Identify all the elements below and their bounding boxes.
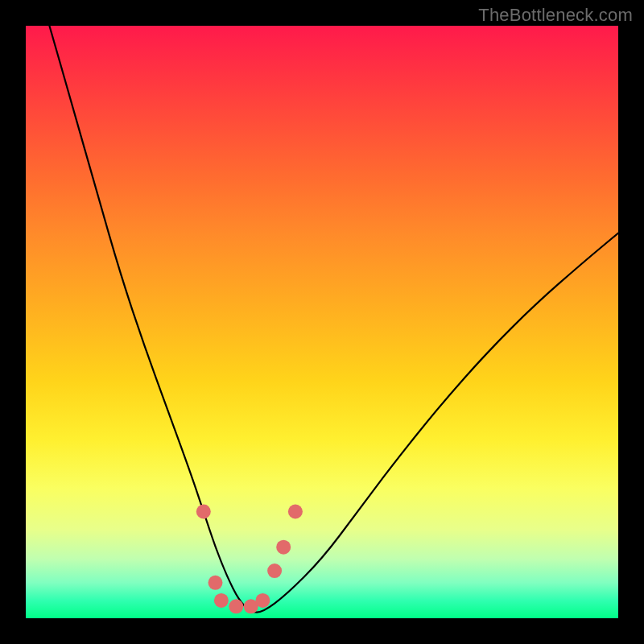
plot-area	[26, 26, 618, 618]
bottleneck-curve	[49, 26, 618, 613]
marker-dot	[214, 593, 229, 608]
marker-dot	[229, 599, 243, 613]
marker-dot	[276, 540, 291, 555]
watermark-text: TheBottleneck.com	[478, 5, 633, 26]
curve-layer	[26, 26, 618, 618]
marker-dot	[208, 576, 223, 590]
marker-dot	[196, 505, 211, 519]
marker-dot	[255, 593, 270, 608]
marker-dot	[267, 564, 282, 578]
chart-frame: TheBottleneck.com	[0, 0, 644, 644]
marker-dot	[288, 505, 303, 519]
marker-group	[196, 505, 303, 614]
